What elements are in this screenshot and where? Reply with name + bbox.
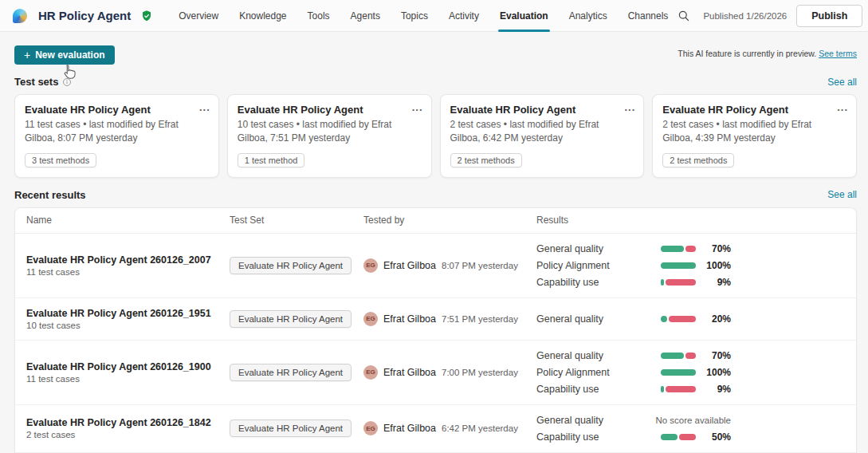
tab-knowledge[interactable]: Knowledge xyxy=(239,0,286,32)
tab-overview[interactable]: Overview xyxy=(179,0,218,32)
test-set-card[interactable]: Evaluate HR Policy Agent ... 11 test cas… xyxy=(14,94,219,178)
test-set-cell: Evaluate HR Policy Agent xyxy=(230,310,363,328)
metric-label: General quality xyxy=(536,415,614,426)
metric-value: 70% xyxy=(702,350,731,361)
card-more-icon[interactable]: ... xyxy=(412,101,423,113)
tester-name: Efrat Gilboa xyxy=(383,423,436,434)
tested-by-cell: EG Efrat Gilboa 6:42 PM yesterday xyxy=(363,421,536,435)
metric-value: 100% xyxy=(702,367,731,378)
tested-time: 8:07 PM yesterday xyxy=(442,261,518,270)
tab-evaluation-label: Evaluation xyxy=(500,10,548,22)
table-row[interactable]: Evaluate HR Policy Agent 260126_1842 2 t… xyxy=(15,405,856,453)
table-row[interactable]: Evaluate HR Policy Agent 260126_2007 11 … xyxy=(15,234,856,298)
test-methods-badge: 1 test method xyxy=(238,153,305,167)
card-title: Evaluate HR Policy Agent xyxy=(25,104,209,116)
metric-label: General quality xyxy=(536,313,661,325)
metric-label: General quality xyxy=(536,350,661,361)
metric-label: Policy Alignment xyxy=(536,367,661,378)
card-more-icon[interactable]: ... xyxy=(624,101,635,113)
table-row[interactable]: Evaluate HR Policy Agent 260126_1900 11 … xyxy=(15,341,856,405)
test-methods-badge: 2 test methods xyxy=(450,153,522,167)
score-bar xyxy=(661,316,696,322)
metric-label: Capability use xyxy=(536,431,661,443)
test-methods-badge: 2 test methods xyxy=(662,153,734,167)
test-set-cell: Evaluate HR Policy Agent xyxy=(230,420,363,437)
metric-label: Capability use xyxy=(536,384,661,395)
column-header-test-set: Test Set xyxy=(230,215,363,226)
metric-value: 9% xyxy=(702,384,731,395)
avatar: EG xyxy=(363,365,378,380)
toolbar: + New evaluation This AI feature is curr… xyxy=(0,32,868,65)
result-metric: Policy Alignment 100% xyxy=(536,260,731,271)
nav-actions: Published 1/26/2026 Publish Settings ...… xyxy=(674,5,868,27)
search-icon[interactable] xyxy=(674,6,693,26)
result-subtitle: 11 test cases xyxy=(26,267,230,277)
card-title: Evaluate HR Policy Agent xyxy=(238,104,422,116)
result-metric: Capability use 9% xyxy=(536,384,731,395)
test-set-chip[interactable]: Evaluate HR Policy Agent xyxy=(230,310,352,328)
card-more-icon[interactable]: ... xyxy=(199,101,210,113)
results-cell: General quality No score available Capab… xyxy=(536,415,731,443)
column-header-results: Results xyxy=(536,215,731,226)
nav-tabs: Overview Knowledge Tools Agents Topics A… xyxy=(179,0,668,32)
test-set-chip[interactable]: Evaluate HR Policy Agent xyxy=(230,364,352,381)
top-navigation: HR Policy Agent Overview Knowledge Tools… xyxy=(0,0,868,32)
score-bar xyxy=(661,369,696,376)
published-status: Published 1/26/2026 xyxy=(703,11,787,21)
table-row[interactable]: Evaluate HR Policy Agent 260126_1951 10 … xyxy=(15,298,856,341)
result-name: Evaluate HR Policy Agent 260126_2007 xyxy=(26,254,230,266)
result-name: Evaluate HR Policy Agent 260126_1951 xyxy=(26,308,230,319)
tester-name: Efrat Gilboa xyxy=(383,367,436,378)
copilot-logo-icon xyxy=(13,9,27,23)
name-cell: Evaluate HR Policy Agent 260126_2007 11 … xyxy=(26,254,230,277)
recent-results-see-all-link[interactable]: See all xyxy=(827,189,857,200)
column-header-name: Name xyxy=(26,215,230,226)
card-subtitle: 2 test cases • last modified by Efrat Gi… xyxy=(662,118,844,146)
plus-icon: + xyxy=(24,49,30,61)
publish-button[interactable]: Publish xyxy=(796,5,862,27)
new-evaluation-label: New evaluation xyxy=(35,49,104,61)
metric-value: 70% xyxy=(702,243,731,254)
column-header-tested-by: Tested by xyxy=(363,215,536,226)
see-terms-link[interactable]: See terms xyxy=(819,49,857,58)
tab-agents[interactable]: Agents xyxy=(351,0,380,32)
test-sets-see-all-link[interactable]: See all xyxy=(827,77,857,88)
result-metric: Policy Alignment 100% xyxy=(536,367,731,378)
tested-time: 7:00 PM yesterday xyxy=(442,368,518,377)
tab-tools[interactable]: Tools xyxy=(308,0,330,32)
results-table: Name Test Set Tested by Results Evaluate… xyxy=(14,207,857,453)
result-metric: General quality 70% xyxy=(536,350,731,361)
test-set-cards: Evaluate HR Policy Agent ... 11 test cas… xyxy=(0,94,868,178)
card-more-icon[interactable]: ... xyxy=(837,101,848,113)
avatar: EG xyxy=(363,258,378,273)
metric-label: General quality xyxy=(536,243,661,254)
preview-notice-text: This AI feature is currently in preview. xyxy=(678,49,819,58)
test-set-cell: Evaluate HR Policy Agent xyxy=(230,364,363,381)
tab-channels[interactable]: Channels xyxy=(628,0,669,32)
tested-time: 6:42 PM yesterday xyxy=(442,423,518,433)
test-set-chip[interactable]: Evaluate HR Policy Agent xyxy=(230,257,352,274)
new-evaluation-button[interactable]: + New evaluation xyxy=(14,45,115,65)
card-title: Evaluate HR Policy Agent xyxy=(662,104,846,116)
tested-by-cell: EG Efrat Gilboa 8:07 PM yesterday xyxy=(363,258,536,273)
agent-title: HR Policy Agent xyxy=(38,9,131,22)
recent-results-header: Recent results See all xyxy=(0,178,868,207)
score-bar xyxy=(661,434,696,440)
test-set-card[interactable]: Evaluate HR Policy Agent ... 10 test cas… xyxy=(227,94,432,178)
test-sets-title: Test sets xyxy=(14,76,72,88)
result-name: Evaluate HR Policy Agent 260126_1900 xyxy=(26,361,230,372)
recent-results-title: Recent results xyxy=(14,189,86,201)
tab-topics[interactable]: Topics xyxy=(401,0,428,32)
test-set-card[interactable]: Evaluate HR Policy Agent ... 2 test case… xyxy=(440,94,645,178)
results-cell: General quality 70% Policy Alignment 100… xyxy=(536,243,731,288)
tab-activity[interactable]: Activity xyxy=(449,0,479,32)
score-bar xyxy=(661,386,696,392)
test-set-chip[interactable]: Evaluate HR Policy Agent xyxy=(230,420,352,437)
test-set-card[interactable]: Evaluate HR Policy Agent ... 2 test case… xyxy=(652,94,857,178)
metric-value: 20% xyxy=(702,313,731,325)
metric-label: Capability use xyxy=(536,277,661,288)
metric-value: No score available xyxy=(655,416,731,425)
tab-analytics[interactable]: Analytics xyxy=(569,0,607,32)
info-icon[interactable] xyxy=(62,77,72,87)
tab-evaluation[interactable]: Evaluation xyxy=(500,0,548,32)
